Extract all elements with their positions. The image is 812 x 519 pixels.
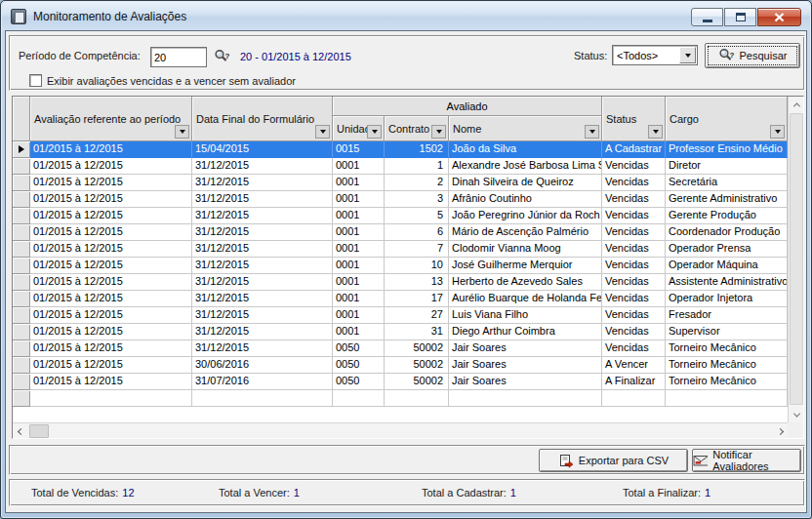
cell-nome[interactable]: Afrânio Coutinho <box>449 191 602 208</box>
cell-nome[interactable]: João Peregrino Júnior da Roch <box>449 208 602 224</box>
cell-end-date[interactable]: 30/06/2016 <box>192 357 333 374</box>
cell-status[interactable]: Vencidas <box>602 158 666 175</box>
cell-status[interactable]: Vencidas <box>602 258 666 274</box>
cell-contrato[interactable]: 7 <box>385 241 449 258</box>
row-indicator-cell[interactable] <box>13 274 30 291</box>
cell-contrato[interactable]: 50002 <box>385 374 449 390</box>
cell-period[interactable]: 01/2015 à 12/2015 <box>30 340 192 357</box>
cell-status[interactable]: A Cadastrar <box>602 141 666 158</box>
cell-status[interactable]: Vencidas <box>602 175 666 191</box>
cell-end-date[interactable]: 31/07/2016 <box>192 374 333 390</box>
show-overdue-checkbox-label[interactable]: Exibir avaliações vencidas e a vencer se… <box>47 75 296 87</box>
cell-unidade[interactable]: 0001 <box>333 274 385 291</box>
cell-nome[interactable]: Diego Arthur Coimbra <box>449 324 602 340</box>
cell-contrato[interactable]: 10 <box>385 258 449 274</box>
cell-status[interactable]: Vencidas <box>602 224 666 241</box>
row-indicator-cell[interactable] <box>13 307 30 324</box>
cell-contrato[interactable]: 31 <box>385 324 449 340</box>
cell-status[interactable]: Vencidas <box>602 324 666 340</box>
maximize-button[interactable] <box>724 8 756 26</box>
notify-evaluators-button[interactable]: Notificar Avaliadores <box>692 449 801 472</box>
cell-unidade[interactable]: 0050 <box>333 374 385 390</box>
row-indicator-cell[interactable] <box>13 291 30 307</box>
cell-cargo[interactable]: Assistente Administrativo <box>666 274 788 291</box>
column-header-nome[interactable]: Nome <box>449 116 602 141</box>
cell-unidade[interactable]: 0001 <box>333 324 385 340</box>
cell-unidade[interactable]: 0001 <box>333 158 385 175</box>
cell-period[interactable]: 01/2015 à 12/2015 <box>30 208 192 224</box>
cell-period[interactable]: 01/2015 à 12/2015 <box>30 291 192 307</box>
cell-end-date[interactable]: 31/12/2015 <box>192 175 333 191</box>
cell-cargo[interactable]: Fresador <box>666 307 788 324</box>
search-button[interactable]: ? Pesquisar <box>705 43 800 68</box>
cell-unidade[interactable]: 0050 <box>333 340 385 357</box>
table-row[interactable]: 01/2015 à 12/2015 31/12/2015 0001 31 Die… <box>13 324 803 340</box>
cell-cargo[interactable]: Professor Ensino Médio <box>666 141 788 158</box>
cell-unidade[interactable]: 0001 <box>333 307 385 324</box>
cell-nome[interactable]: João da Silva <box>449 141 602 158</box>
row-indicator-cell[interactable] <box>13 340 30 357</box>
table-row[interactable]: 01/2015 à 12/2015 31/12/2015 0001 27 Lui… <box>13 307 803 324</box>
cell-nome[interactable]: Jair Soares <box>449 374 602 390</box>
cell-nome[interactable]: Herberto de Azevedo Sales <box>449 274 602 291</box>
cell-contrato[interactable]: 3 <box>385 191 449 208</box>
cell-end-date[interactable]: 31/12/2015 <box>192 307 333 324</box>
column-header-end-date[interactable]: Data Final do Formulário <box>192 97 333 141</box>
unidade-filter-button[interactable] <box>367 125 382 139</box>
cell-period[interactable]: 01/2015 à 12/2015 <box>30 191 192 208</box>
vertical-scrollbar-thumb[interactable] <box>790 113 803 405</box>
cell-contrato[interactable]: 6 <box>385 224 449 241</box>
status-filter-button[interactable] <box>648 125 663 139</box>
scroll-left-button[interactable] <box>13 423 28 438</box>
cell-contrato[interactable]: 17 <box>385 291 449 307</box>
cell-contrato[interactable]: 13 <box>385 274 449 291</box>
cell-contrato[interactable]: 50002 <box>385 357 449 374</box>
period-input[interactable] <box>150 47 207 67</box>
cell-status[interactable]: Vencidas <box>602 307 666 324</box>
cell-period[interactable]: 01/2015 à 12/2015 <box>30 307 192 324</box>
cell-contrato[interactable]: 1 <box>385 158 449 175</box>
cell-cargo[interactable]: Coordenador Produção <box>666 224 788 241</box>
minimize-button[interactable] <box>691 8 723 26</box>
cell-period[interactable]: 01/2015 à 12/2015 <box>30 224 192 241</box>
scroll-right-button[interactable] <box>772 423 788 438</box>
cell-unidade[interactable]: 0050 <box>333 357 385 374</box>
export-csv-button[interactable]: Exportar para CSV <box>539 449 688 472</box>
row-indicator-cell[interactable] <box>13 324 30 340</box>
row-indicator-cell[interactable] <box>13 158 30 175</box>
cell-end-date[interactable]: 31/12/2015 <box>192 241 333 258</box>
cell-cargo[interactable]: Secretária <box>666 175 788 191</box>
cell-end-date[interactable]: 31/12/2015 <box>192 191 333 208</box>
cell-nome[interactable]: Alexandre José Barbosa Lima S <box>449 158 602 175</box>
cell-status[interactable]: Vencidas <box>602 208 666 224</box>
cell-period[interactable]: 01/2015 à 12/2015 <box>30 141 192 158</box>
table-row[interactable]: 01/2015 à 12/2015 31/12/2015 0001 5 João… <box>13 208 803 224</box>
row-indicator-cell[interactable] <box>13 141 30 158</box>
cell-end-date[interactable]: 31/12/2015 <box>192 274 333 291</box>
cell-cargo[interactable]: Operador Máquina <box>666 258 788 274</box>
cell-unidade[interactable]: 0001 <box>333 291 385 307</box>
cell-cargo[interactable]: Torneiro Mecânico <box>666 357 788 374</box>
cell-contrato[interactable]: 1502 <box>385 141 449 158</box>
cell-end-date[interactable]: 15/04/2015 <box>192 141 333 158</box>
cell-period[interactable]: 01/2015 à 12/2015 <box>30 241 192 258</box>
cell-cargo[interactable]: Torneiro Mecânico <box>666 374 788 390</box>
search-lookup-icon[interactable]: ? <box>214 49 230 64</box>
table-row[interactable]: 01/2015 à 12/2015 31/12/2015 0001 7 Clod… <box>13 241 803 258</box>
cell-period[interactable]: 01/2015 à 12/2015 <box>30 357 192 374</box>
cell-unidade[interactable]: 0015 <box>333 141 385 158</box>
table-row[interactable]: 01/2015 à 12/2015 30/06/2016 0050 50002 … <box>13 357 803 374</box>
cell-nome[interactable]: Luis Viana Filho <box>449 307 602 324</box>
row-indicator-cell[interactable] <box>13 224 30 241</box>
cell-cargo[interactable]: Supervisor <box>666 324 788 340</box>
cell-cargo[interactable]: Operador Prensa <box>666 241 788 258</box>
column-header-cargo[interactable]: Cargo <box>666 97 788 141</box>
end-date-filter-button[interactable] <box>315 125 330 139</box>
cell-nome[interactable]: José Guilherme Merquior <box>449 258 602 274</box>
table-row[interactable]: 01/2015 à 12/2015 15/04/2015 0015 1502 J… <box>13 141 803 158</box>
cell-contrato[interactable]: 2 <box>385 175 449 191</box>
period-filter-button[interactable] <box>175 125 189 139</box>
column-header-status[interactable]: Status <box>602 97 666 141</box>
cell-period[interactable]: 01/2015 à 12/2015 <box>30 175 192 191</box>
table-row[interactable]: 01/2015 à 12/2015 31/12/2015 0001 10 Jos… <box>13 258 803 274</box>
